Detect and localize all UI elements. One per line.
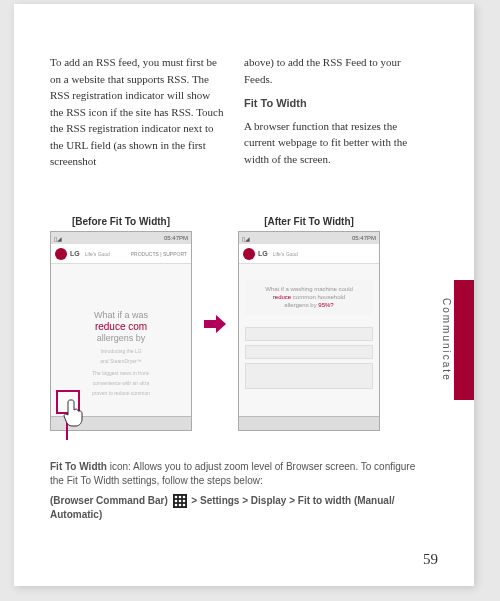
after-content-blocks <box>245 327 373 389</box>
fit-to-width-heading: Fit To Width <box>244 95 418 112</box>
pointing-hand-icon <box>62 398 86 428</box>
side-tab-label: Communicate <box>438 280 452 400</box>
content-block <box>245 327 373 341</box>
after-hero-l3-pre: allergens by <box>284 302 318 308</box>
before-sub-line4: convenience with an ultra <box>57 380 185 386</box>
svg-point-2 <box>178 496 181 499</box>
rss-continuation: above) to add the RSS Feed to your Feeds… <box>244 54 418 87</box>
after-label: [After Fit To Width] <box>238 216 380 227</box>
before-hero-line2: reduce com <box>57 321 185 333</box>
fit-to-width-term: Fit To Width <box>50 461 107 472</box>
content-block <box>245 363 373 389</box>
before-sub-line2: and SteamDryer™ <box>57 358 185 364</box>
side-tab-accent <box>454 280 474 400</box>
signal-icon: ▯◢ <box>242 235 250 242</box>
lg-brand-text: LG <box>258 250 268 257</box>
lg-brand-text: LG <box>70 250 80 257</box>
fit-to-width-callout <box>56 390 96 440</box>
svg-point-3 <box>182 496 185 499</box>
after-screenshot-block: [After Fit To Width] ▯◢ 05:47PM LG Life'… <box>238 216 380 431</box>
browser-header: LG Life's Good <box>239 244 379 264</box>
after-hero-text: What if a washing machine could reduce c… <box>245 280 373 315</box>
after-hero-percent: 95%? <box>318 302 333 308</box>
footnote-block: Fit To Width icon: Allows you to adjust … <box>50 460 418 528</box>
lg-logo-icon <box>55 248 67 260</box>
svg-point-6 <box>182 500 185 503</box>
command-bar-label: (Browser Command Bar) <box>50 495 171 506</box>
status-time: 05:47PM <box>164 235 188 241</box>
lg-slogan: Life's Good <box>85 251 110 257</box>
right-column: above) to add the RSS Feed to your Feeds… <box>244 54 418 176</box>
after-hero-line1: What if a washing machine could <box>251 286 367 294</box>
footnote-description: Fit To Width icon: Allows you to adjust … <box>50 460 418 488</box>
after-hero-line3: allergens by 95%? <box>251 302 367 310</box>
grid-menu-icon <box>173 494 187 508</box>
page-number: 59 <box>423 551 438 568</box>
after-phone-screenshot: ▯◢ 05:47PM LG Life's Good What if a wash… <box>238 231 380 431</box>
browser-command-bar <box>239 416 379 430</box>
status-time: 05:47PM <box>352 235 376 241</box>
lg-slogan: Life's Good <box>273 251 298 257</box>
rss-paragraph: To add an RSS feed, you must first be on… <box>50 54 224 170</box>
lg-logo-icon <box>243 248 255 260</box>
content-block <box>245 345 373 359</box>
before-page-body: What if a was reduce com allergens by In… <box>51 264 191 402</box>
before-hero-text: What if a was reduce com allergens by In… <box>57 310 185 396</box>
content-area: To add an RSS feed, you must first be on… <box>50 54 418 176</box>
after-page-body: What if a washing machine could reduce c… <box>239 264 379 399</box>
status-bar: ▯◢ 05:47PM <box>239 232 379 244</box>
browser-header: LG Life's Good PRODUCTS | SUPPORT <box>51 244 191 264</box>
screenshot-row: [Before Fit To Width] ▯◢ 05:47PM LG Life… <box>50 216 420 431</box>
svg-point-7 <box>174 504 177 507</box>
svg-point-8 <box>178 504 181 507</box>
before-sub-line1: Introducing the LG <box>57 348 185 354</box>
signal-icon: ▯◢ <box>54 235 62 242</box>
after-hero-reduce: reduce <box>273 294 291 300</box>
svg-point-4 <box>174 500 177 503</box>
before-label: [Before Fit To Width] <box>50 216 192 227</box>
svg-point-9 <box>182 504 185 507</box>
after-hero-line2: reduce common household <box>251 294 367 302</box>
before-phone-screenshot: ▯◢ 05:47PM LG Life's Good PRODUCTS | SUP… <box>50 231 192 431</box>
svg-point-1 <box>174 496 177 499</box>
left-column: To add an RSS feed, you must first be on… <box>50 54 224 176</box>
fit-to-width-description: A browser function that resizes the curr… <box>244 118 418 168</box>
before-hero-line1: What if a was <box>57 310 185 321</box>
before-screenshot-block: [Before Fit To Width] ▯◢ 05:47PM LG Life… <box>50 216 192 431</box>
manual-page: Communicate To add an RSS feed, you must… <box>14 4 474 586</box>
site-nav-tabs: PRODUCTS | SUPPORT <box>131 251 187 257</box>
before-hero-line3: allergens by <box>57 333 185 344</box>
two-column-text: To add an RSS feed, you must first be on… <box>50 54 418 176</box>
after-hero-l2-rest: common household <box>291 294 345 300</box>
svg-point-5 <box>178 500 181 503</box>
footnote-path: (Browser Command Bar) > Settings > Displ… <box>50 494 418 522</box>
status-bar: ▯◢ 05:47PM <box>51 232 191 244</box>
arrow-icon <box>204 315 226 333</box>
before-sub-line3: The biggest news in front- <box>57 370 185 376</box>
